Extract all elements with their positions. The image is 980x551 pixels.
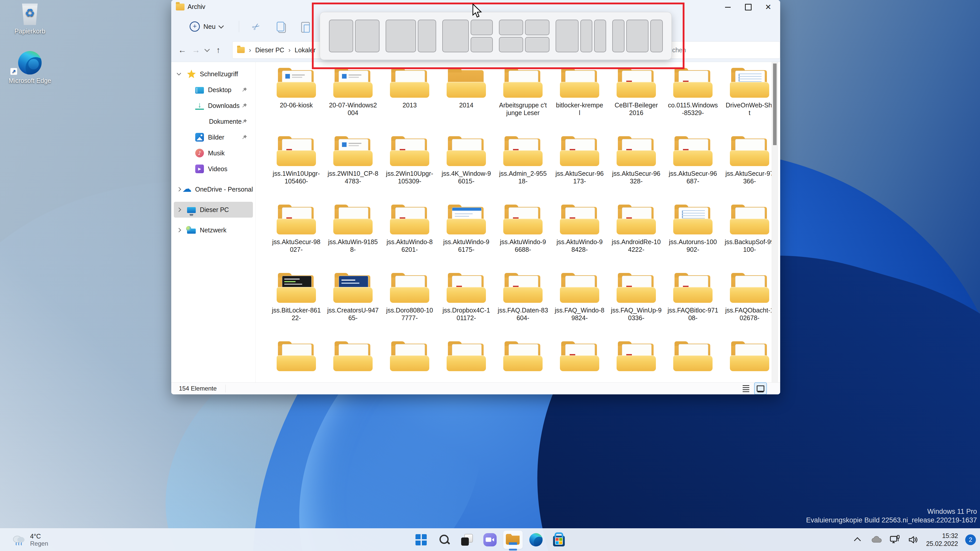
folder-item[interactable]: DriveOnWeb-Shit	[721, 69, 778, 138]
folder-item[interactable]	[438, 343, 495, 383]
taskbar-edge-button[interactable]	[526, 530, 546, 549]
desktop-icon-recycle-bin[interactable]: ♻ Papierkorb	[8, 3, 52, 35]
folder-icon	[276, 274, 317, 303]
folder-item[interactable]: jss.AktuWindo-96175-	[438, 206, 495, 274]
watermark-line1: Windows 11 Pro	[806, 507, 977, 516]
folder-item[interactable]: jss.CreatorsU-94765-	[325, 274, 381, 343]
folder-item[interactable]: jss.2WIN10_CP-84783-	[325, 138, 381, 206]
network-tray-icon[interactable]	[889, 534, 900, 545]
copy-icon	[277, 22, 284, 32]
history-dropdown[interactable]	[203, 43, 212, 57]
folder-item[interactable]: CeBIT-Beileger2016	[608, 69, 665, 138]
breadcrumb-item[interactable]: Dieser PC	[255, 46, 284, 54]
folder-item[interactable]: jss.1Win10Upgr-105460-	[268, 138, 325, 206]
copy-button[interactable]	[273, 19, 288, 34]
sidebar-item-dieser-pc[interactable]: Dieser PC	[174, 202, 253, 218]
chevron-icon[interactable]	[177, 208, 181, 212]
folder-item[interactable]: jss.AktuWindo-96688-	[495, 206, 551, 274]
sidebar-item-schnellzugriff[interactable]: Schnellzugriff	[174, 66, 253, 82]
vertical-scrollbar[interactable]	[772, 62, 778, 383]
maximize-button[interactable]	[740, 0, 757, 14]
folder-item[interactable]	[381, 343, 438, 383]
folder-item[interactable]	[721, 343, 778, 383]
folder-item[interactable]: jss.FAQBitloc-97108-	[665, 274, 721, 343]
chevron-icon[interactable]	[177, 187, 181, 192]
chevron-down-icon	[204, 46, 210, 52]
folder-item[interactable]: jss.AktuWin-91858-	[325, 206, 381, 274]
minimize-button[interactable]	[719, 0, 736, 14]
folder-item[interactable]: co.0115.Windows-85329-	[665, 69, 721, 138]
large-icons-view-button[interactable]	[754, 383, 767, 394]
close-button[interactable]: ✕	[760, 0, 776, 14]
folder-item[interactable]: jss.AndroidRe-104222-	[608, 206, 665, 274]
folder-name: jss.AktuSecur-98027-	[268, 238, 325, 253]
chevron-icon[interactable]	[177, 71, 181, 76]
cut-button[interactable]: ✂	[248, 19, 264, 34]
folder-item[interactable]: jss.FAQ.Daten-83604-	[495, 274, 551, 343]
new-button[interactable]: + Neu	[186, 19, 227, 34]
folder-item[interactable]: jss.Autoruns-100902-	[665, 206, 721, 274]
up-button[interactable]: ↑	[212, 43, 225, 57]
folder-item[interactable]: bitlocker-krempel	[551, 69, 608, 138]
taskbar-store-button[interactable]	[549, 530, 569, 549]
folder-item[interactable]	[268, 343, 325, 383]
desktop-icon-edge[interactable]: ↗ Microsoft Edge	[8, 51, 52, 84]
details-view-button[interactable]	[740, 383, 752, 394]
folder-item[interactable]: jss.FAQ_WinUp-90336-	[608, 274, 665, 343]
taskbar-search-button[interactable]	[434, 530, 454, 549]
address-folder-icon	[237, 47, 245, 53]
folder-item[interactable]: jss.4K_Window-96015-	[438, 138, 495, 206]
sidebar-item-label: Musik	[208, 149, 224, 157]
folder-item[interactable]: jss.2Win10Upgr-105309-	[381, 138, 438, 206]
paste-button[interactable]	[298, 19, 313, 34]
sidebar-item-desktop[interactable]: Desktop	[174, 82, 253, 98]
folder-item[interactable]	[608, 343, 665, 383]
folder-item[interactable]	[665, 343, 721, 383]
sidebar-item-onedrive[interactable]: ☁ OneDrive - Personal	[174, 181, 253, 197]
folder-item[interactable]: jss.Dropbox4C-101172-	[438, 274, 495, 343]
folder-item[interactable]	[325, 343, 381, 383]
folder-item[interactable]: 20-07-Windows2004	[325, 69, 381, 138]
folder-item[interactable]	[551, 343, 608, 383]
sidebar-item-netzwerk[interactable]: Netzwerk	[174, 222, 253, 238]
folder-item[interactable]	[495, 343, 551, 383]
folder-item[interactable]: jss.BackupSof-99100-	[721, 206, 778, 274]
folder-item[interactable]: jss.AktuSecur-96173-	[551, 138, 608, 206]
taskbar-chat-button[interactable]	[480, 530, 500, 549]
sidebar-item-videos[interactable]: ▶ Videos	[174, 161, 253, 177]
folder-item[interactable]: jss.AktuSecur-96328-	[608, 138, 665, 206]
chevron-icon[interactable]	[177, 228, 181, 232]
folder-icon	[616, 206, 657, 234]
sidebar-item-dokumente[interactable]: Dokumente	[174, 114, 253, 129]
taskbar-start-button[interactable]	[411, 530, 431, 549]
folder-item[interactable]: jss.AktuSecur-96687-	[665, 138, 721, 206]
folder-item[interactable]: jss.Doro8080-107777-	[381, 274, 438, 343]
folder-item[interactable]: jss.Admin_2-95518-	[495, 138, 551, 206]
forward-button[interactable]: →	[189, 43, 203, 57]
folder-item[interactable]: 2013	[381, 69, 438, 138]
folder-item[interactable]: jss.AktuSecur-98027-	[268, 206, 325, 274]
notification-badge[interactable]: 2	[965, 534, 976, 545]
taskbar-task-view-button[interactable]	[457, 530, 477, 549]
folder-item[interactable]: jss.FAQ_Windo-89824-	[551, 274, 608, 343]
sidebar-item-bilder[interactable]: Bilder	[174, 129, 253, 145]
folder-item[interactable]: jss.AktuSecur-97366-	[721, 138, 778, 206]
volume-tray-icon[interactable]	[908, 534, 919, 545]
sidebar-item-musik[interactable]: ♪ Musik	[174, 145, 253, 161]
folder-item[interactable]: jss.AktuWindo-98428-	[551, 206, 608, 274]
folder-icon	[729, 343, 770, 371]
folder-item[interactable]: 20-06-kiosk	[268, 69, 325, 138]
tray-expand-button[interactable]	[853, 534, 864, 545]
taskbar-file-explorer-button[interactable]	[503, 530, 523, 549]
weather-widget[interactable]: 4°C Regen	[9, 529, 51, 551]
folder-item[interactable]: jss.FAQObacht-102678-	[721, 274, 778, 343]
clock[interactable]: 15:32 25.02.2022	[926, 532, 958, 548]
folder-item[interactable]: Arbeitsgruppe c'tjunge Leser	[495, 69, 551, 138]
folder-item[interactable]: jss.AktuWindo-86201-	[381, 206, 438, 274]
back-button[interactable]: ←	[175, 43, 189, 57]
onedrive-tray-icon[interactable]	[871, 534, 882, 545]
sidebar-item-downloads[interactable]: ↓ Downloads	[174, 98, 253, 114]
scrollbar-thumb[interactable]	[773, 64, 776, 145]
folder-item[interactable]: jss.BitLocker-86122-	[268, 274, 325, 343]
folder-item[interactable]: 2014	[438, 69, 495, 138]
